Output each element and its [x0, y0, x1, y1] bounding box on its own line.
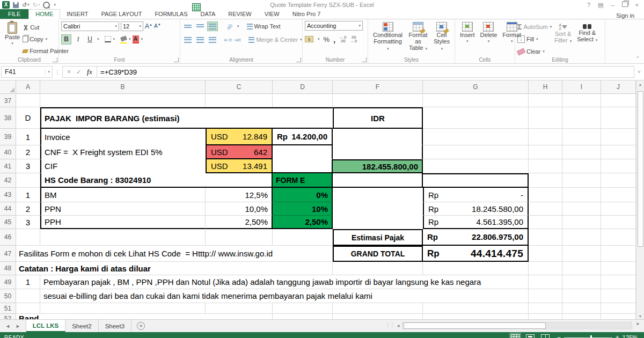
row-header-44[interactable]: 44: [0, 202, 16, 216]
cell-B49[interactable]: Pembayaran pajak , BM , PPN ,PPH dan Not…: [40, 275, 529, 289]
cell-B44[interactable]: PPN: [40, 202, 206, 216]
close-icon[interactable]: ×: [635, 2, 639, 9]
cell-D41[interactable]: [273, 159, 333, 173]
cell-B46[interactable]: [40, 229, 206, 246]
row-header-37[interactable]: 37: [0, 94, 16, 107]
cell-H38[interactable]: [529, 107, 562, 129]
cell-J45[interactable]: [601, 216, 636, 229]
cell-J49[interactable]: [601, 275, 636, 289]
cell-B43[interactable]: BM: [40, 188, 206, 202]
cell-A43[interactable]: 1: [16, 188, 40, 202]
cell-H41[interactable]: [529, 159, 562, 173]
cell-H39[interactable]: [529, 129, 562, 145]
cell-G39[interactable]: [423, 129, 529, 145]
cell-G41[interactable]: [423, 159, 529, 173]
cell-B41[interactable]: CIF: [40, 159, 206, 173]
cell-I49[interactable]: [562, 275, 601, 289]
cell-F44[interactable]: [333, 202, 423, 216]
cell-I48[interactable]: [562, 262, 601, 275]
vertical-scroll-thumb[interactable]: [638, 91, 643, 247]
cell-F40[interactable]: [333, 145, 423, 159]
cell-B45[interactable]: PPH: [40, 216, 206, 229]
cell-H46[interactable]: [529, 229, 562, 246]
cell-B37[interactable]: [40, 94, 206, 107]
cell-C45[interactable]: 2,50%: [206, 216, 273, 229]
new-sheet-button[interactable]: +: [131, 320, 150, 332]
cell-I39[interactable]: [562, 129, 601, 145]
cell-I51[interactable]: [562, 303, 601, 314]
cell-styles-button[interactable]: CellStyles ▾: [431, 21, 452, 53]
cell-D42[interactable]: FORM E: [273, 173, 333, 188]
cell-I45[interactable]: [562, 216, 601, 229]
align-left-icon[interactable]: [182, 35, 193, 45]
cell-A45[interactable]: 3: [16, 216, 40, 229]
save-icon[interactable]: [13, 2, 19, 8]
column-header-J[interactable]: J: [601, 80, 636, 94]
cell-C41[interactable]: USD13.491: [206, 159, 273, 173]
conditional-formatting-button[interactable]: ConditionalFormatting ▾: [370, 21, 405, 53]
cell-A44[interactable]: 2: [16, 202, 40, 216]
cell-D43[interactable]: 0%: [273, 188, 333, 202]
cell-B38[interactable]: PAJAK IMPOR BARANG (estimasi): [40, 107, 333, 129]
horizontal-scroll-thumb[interactable]: [404, 322, 546, 329]
cell-F46[interactable]: Estimasi Pajak: [333, 229, 423, 246]
cell-C37[interactable]: [206, 94, 273, 107]
cell-H37[interactable]: [529, 94, 562, 107]
tab-formulas[interactable]: FORMULAS: [148, 10, 194, 19]
cell-J37[interactable]: [601, 94, 636, 107]
accounting-format-icon[interactable]: $: [305, 36, 313, 42]
cell-D46[interactable]: [273, 229, 333, 246]
cell-A46[interactable]: [16, 229, 40, 246]
cell-A50[interactable]: [16, 289, 40, 303]
cell-G43[interactable]: Rp-: [423, 188, 529, 202]
cell-B51[interactable]: [40, 303, 206, 314]
shrink-font-button[interactable]: A▼: [154, 23, 161, 29]
cell-A41[interactable]: 3: [16, 159, 40, 173]
cell-F37[interactable]: [333, 94, 423, 107]
zoom-out-icon[interactable]: −: [557, 335, 561, 338]
tab-review[interactable]: REVIEW: [222, 10, 258, 19]
cell-H42[interactable]: [529, 173, 562, 188]
sheet-tab-sheet3[interactable]: Sheet3: [99, 320, 131, 332]
enter-icon[interactable]: ✓: [76, 68, 82, 76]
row-header-40[interactable]: 40: [0, 145, 16, 159]
cell-C40[interactable]: USD642: [206, 145, 273, 159]
cell-G46[interactable]: Rp22.806.975,00: [423, 229, 529, 246]
cell-H43[interactable]: [529, 188, 562, 202]
cell-H50[interactable]: [529, 289, 562, 303]
page-break-preview-icon[interactable]: [541, 334, 550, 338]
borders-icon[interactable]: [105, 36, 111, 42]
bottom-align-icon[interactable]: [207, 21, 218, 31]
number-dialog-launcher[interactable]: [362, 57, 367, 62]
cell-F45[interactable]: [333, 216, 423, 229]
italic-button[interactable]: I: [73, 34, 83, 45]
row-header-43[interactable]: 43: [0, 188, 16, 202]
scroll-left-icon[interactable]: ◄: [394, 324, 402, 328]
cell-F48[interactable]: [333, 262, 423, 275]
cell-B40[interactable]: CNF = X Freight system EDI 5%: [40, 145, 206, 159]
print-preview-icon[interactable]: [43, 2, 50, 9]
cell-H49[interactable]: [529, 275, 562, 289]
restore-icon[interactable]: [622, 2, 628, 9]
cell-J44[interactable]: [601, 202, 636, 216]
clipboard-dialog-launcher[interactable]: [53, 57, 57, 62]
cell-I40[interactable]: [562, 145, 601, 159]
cell-A38[interactable]: D: [16, 107, 40, 129]
qat-customize-icon[interactable]: ▾: [53, 1, 56, 9]
font-size-select[interactable]: 12▾: [121, 21, 143, 31]
number-format-select[interactable]: Accounting▾: [305, 21, 363, 31]
scroll-down-icon[interactable]: ▼: [636, 314, 644, 318]
sort-filter-button[interactable]: AZ Sort &Filter ▾: [552, 21, 574, 46]
cell-J50[interactable]: [601, 289, 636, 303]
fill-color-icon[interactable]: [120, 35, 127, 43]
cell-H47[interactable]: [529, 246, 562, 262]
grow-font-button[interactable]: A▲: [145, 23, 152, 30]
bold-button[interactable]: B: [61, 34, 71, 45]
percent-style-icon[interactable]: %: [324, 35, 330, 43]
cell-C46[interactable]: [206, 229, 273, 246]
cell-J46[interactable]: [601, 229, 636, 246]
cell-A49[interactable]: 1: [16, 275, 40, 289]
cell-F51[interactable]: [333, 303, 423, 314]
delete-cells-button[interactable]: Delete▾: [478, 21, 500, 46]
column-header-C[interactable]: C: [206, 80, 273, 94]
